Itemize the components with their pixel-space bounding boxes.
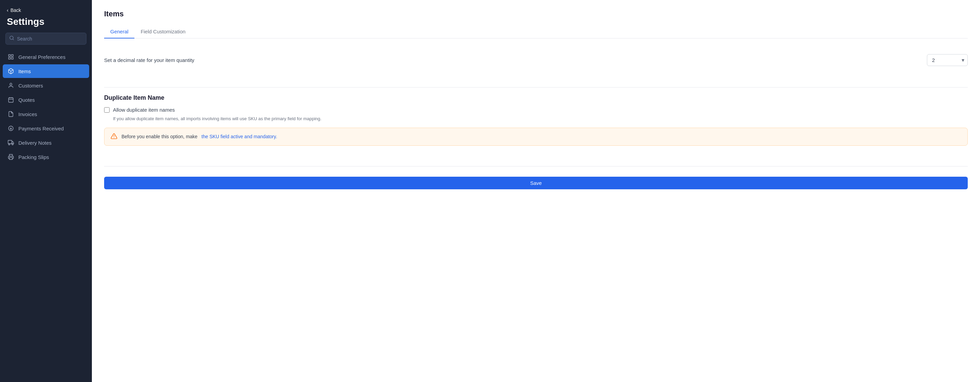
- box-icon: [8, 68, 14, 75]
- decimal-rate-section: Set a decimal rate for your item quantit…: [104, 48, 968, 72]
- sidebar-item-delivery-notes[interactable]: Delivery Notes: [3, 136, 89, 150]
- sidebar-item-packing-slips[interactable]: Packing Slips: [3, 150, 89, 164]
- sidebar-item-label: Quotes: [18, 97, 35, 103]
- warning-text: Before you enable this option, make the …: [121, 134, 277, 139]
- warning-box: Before you enable this option, make the …: [104, 128, 968, 146]
- svg-point-15: [8, 144, 10, 145]
- sidebar-item-items[interactable]: Items: [3, 64, 89, 78]
- section-divider: [104, 87, 968, 88]
- decimal-rate-row: Set a decimal rate for your item quantit…: [104, 48, 968, 72]
- decimal-rate-select-wrapper: 0 1 2 3 4 5 6 ▾: [927, 54, 968, 66]
- warning-triangle-icon: [111, 133, 118, 141]
- duplicate-section-heading: Duplicate Item Name: [104, 94, 968, 102]
- page-title: Items: [104, 10, 968, 18]
- save-button[interactable]: Save: [104, 177, 968, 189]
- user-icon: [8, 82, 14, 89]
- sidebar-item-label: General Preferences: [18, 54, 65, 60]
- back-button[interactable]: ‹ Back: [0, 0, 92, 15]
- sidebar: ‹ Back Settings General Preferences Item…: [0, 0, 92, 382]
- file-icon: [8, 111, 14, 118]
- svg-rect-14: [8, 140, 12, 144]
- back-arrow-icon: ‹: [7, 8, 8, 13]
- duplicate-item-name-section: Duplicate Item Name Allow duplicate item…: [104, 94, 968, 151]
- sidebar-item-customers[interactable]: Customers: [3, 79, 89, 92]
- tab-general[interactable]: General: [104, 25, 134, 38]
- svg-point-7: [10, 83, 12, 85]
- truck-icon: [8, 139, 14, 146]
- download-icon: [8, 125, 14, 132]
- svg-line-1: [13, 39, 14, 40]
- decimal-rate-label: Set a decimal rate for your item quantit…: [104, 57, 194, 63]
- sidebar-item-general-preferences[interactable]: General Preferences: [3, 50, 89, 64]
- warning-link[interactable]: the SKU field active and mandatory.: [202, 134, 277, 139]
- sidebar-item-label: Invoices: [18, 111, 37, 117]
- search-icon: [9, 35, 14, 42]
- sidebar-item-quotes[interactable]: Quotes: [3, 93, 89, 107]
- svg-rect-2: [8, 54, 10, 56]
- svg-rect-3: [11, 54, 13, 56]
- sidebar-item-label: Payments Received: [18, 126, 64, 131]
- sidebar-item-label: Packing Slips: [18, 154, 49, 160]
- sidebar-item-label: Items: [18, 68, 31, 74]
- back-label: Back: [11, 8, 21, 13]
- svg-rect-17: [10, 158, 13, 160]
- duplicate-checkbox-row: Allow duplicate item names: [104, 107, 968, 113]
- tab-field-customization[interactable]: Field Customization: [134, 25, 192, 38]
- allow-duplicate-checkbox[interactable]: [104, 107, 110, 113]
- svg-rect-4: [8, 57, 10, 59]
- warning-text-before: Before you enable this option, make: [121, 134, 197, 139]
- sidebar-title: Settings: [0, 15, 92, 33]
- printer-icon: [8, 154, 14, 160]
- decimal-rate-select[interactable]: 0 1 2 3 4 5 6: [927, 54, 968, 66]
- tabs-bar: General Field Customization: [104, 25, 968, 38]
- duplicate-helper-text: If you allow duplicate item names, all i…: [113, 115, 968, 122]
- grid-icon: [8, 53, 14, 60]
- sidebar-item-label: Delivery Notes: [18, 140, 52, 146]
- sidebar-nav: General Preferences Items Customers Quot…: [0, 50, 92, 164]
- svg-rect-5: [11, 57, 13, 59]
- allow-duplicate-label[interactable]: Allow duplicate item names: [113, 107, 175, 113]
- svg-rect-8: [8, 98, 13, 102]
- sidebar-item-invoices[interactable]: Invoices: [3, 107, 89, 121]
- sidebar-item-payments-received[interactable]: Payments Received: [3, 121, 89, 135]
- sidebar-item-label: Customers: [18, 83, 43, 89]
- calendar-icon: [8, 96, 14, 103]
- main-content: Items General Field Customization Set a …: [92, 0, 980, 382]
- search-input[interactable]: [17, 36, 83, 41]
- section-divider-2: [104, 166, 968, 167]
- search-container: [5, 33, 86, 45]
- svg-point-16: [12, 144, 13, 145]
